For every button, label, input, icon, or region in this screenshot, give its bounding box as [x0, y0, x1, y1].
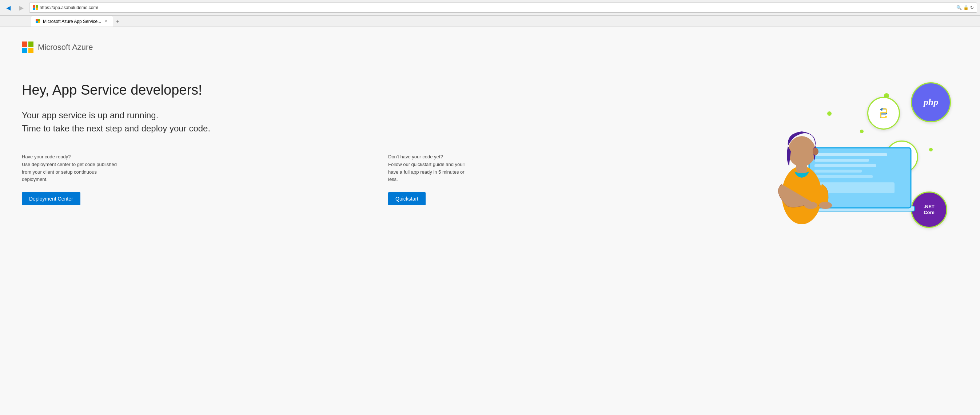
back-button[interactable]: ◀ — [3, 2, 14, 13]
quickstart-button[interactable]: Quickstart — [388, 192, 426, 205]
svg-rect-8 — [815, 164, 876, 167]
svg-rect-10 — [815, 175, 873, 178]
right-illustration: php — [747, 75, 958, 243]
left-col: Have your code ready? Use deployment cen… — [22, 153, 366, 205]
hero-subtitle-line2: Time to take the next step and deploy yo… — [22, 123, 210, 133]
logo-area: Microsoft Azure — [22, 42, 958, 53]
forward-button[interactable]: ▶ — [16, 2, 27, 13]
refresh-icon: ↻ — [970, 5, 974, 10]
tab-favicon — [36, 19, 41, 24]
hero-subtitle-line1: Your app service is up and running. — [22, 110, 158, 120]
lock-icon: 🔒 — [963, 5, 969, 10]
right-col: Don't have your code yet? Follow our qui… — [388, 153, 733, 205]
logo-text: Microsoft Azure — [38, 43, 93, 52]
main-layout: Hey, App Service developers! Your app se… — [22, 75, 958, 243]
hero-subtitle: Your app service is up and running. Time… — [22, 109, 733, 135]
tab-close-button[interactable]: × — [103, 19, 108, 24]
right-col-text: Don't have your code yet? Follow our qui… — [388, 153, 733, 184]
two-columns: Have your code ready? Use deployment cen… — [22, 153, 733, 205]
illustration-container: php — [747, 75, 958, 243]
new-tab-button[interactable]: + — [113, 16, 122, 27]
favicon — [32, 5, 38, 11]
address-icons: 🔍 🔒 ↻ — [956, 5, 974, 10]
tab-title: Microsoft Azure App Service... — [43, 19, 101, 24]
svg-rect-9 — [815, 170, 862, 172]
left-content: Hey, App Service developers! Your app se… — [22, 75, 733, 216]
svg-point-17 — [813, 148, 818, 155]
svg-rect-7 — [815, 159, 869, 162]
page-content: Microsoft Azure Hey, App Service develop… — [0, 27, 980, 415]
tabs-bar: Microsoft Azure App Service... × + — [0, 16, 980, 27]
svg-point-14 — [819, 202, 832, 209]
microsoft-logo — [22, 42, 33, 53]
deployment-center-button[interactable]: Deployment Center — [22, 192, 80, 205]
svg-rect-6 — [815, 153, 887, 156]
active-tab[interactable]: Microsoft Azure App Service... × — [31, 16, 113, 27]
search-icon: 🔍 — [956, 5, 962, 10]
svg-point-13 — [804, 202, 818, 209]
browser-toolbar: ◀ ▶ https://app.asabuludemo.com/ 🔍 🔒 ↻ — [0, 0, 980, 16]
svg-point-16 — [788, 136, 816, 167]
woman-svg — [747, 75, 958, 243]
hero-title: Hey, App Service developers! — [22, 82, 733, 98]
left-col-text: Have your code ready? Use deployment cen… — [22, 153, 366, 184]
address-bar[interactable]: https://app.asabuludemo.com/ 🔍 🔒 ↻ — [29, 3, 977, 13]
url-text: https://app.asabuludemo.com/ — [40, 5, 955, 10]
